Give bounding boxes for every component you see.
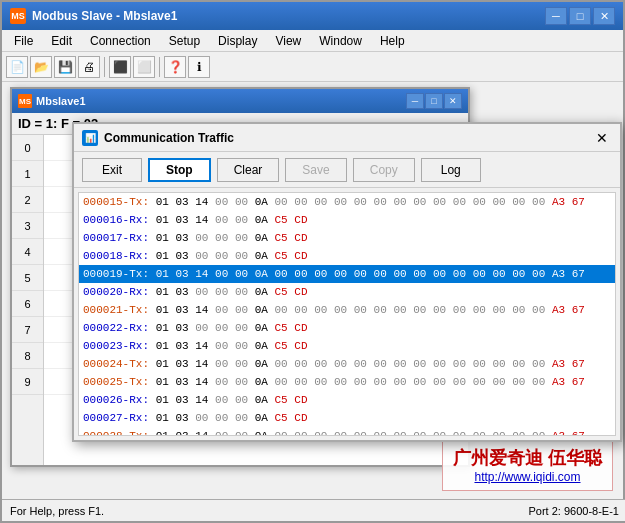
maximize-button[interactable]: □ <box>569 7 591 25</box>
app-icon: MS <box>10 8 26 24</box>
toolbar-new[interactable]: 📄 <box>6 56 28 78</box>
window-title: Modbus Slave - Mbslave1 <box>32 9 177 23</box>
traffic-row[interactable]: 000022-Rx: 01 03 00 00 00 0A C5 CD <box>79 319 615 337</box>
log-button[interactable]: Log <box>421 158 481 182</box>
status-bar: For Help, press F1. Port 2: 9600-8-E-1 <box>2 499 625 521</box>
traffic-log[interactable]: 000015-Tx: 01 03 14 00 00 0A 00 00 00 00… <box>78 192 616 436</box>
toolbar-open[interactable]: 📂 <box>30 56 52 78</box>
inner-maximize[interactable]: □ <box>425 93 443 109</box>
inner-window-title: Mbslave1 <box>36 95 86 107</box>
traffic-row[interactable]: 000027-Rx: 01 03 00 00 00 0A C5 CD <box>79 409 615 427</box>
dialog-title-left: 📊 Communication Traffic <box>82 130 234 146</box>
close-button[interactable]: ✕ <box>593 7 615 25</box>
traffic-row[interactable]: 000026-Rx: 01 03 14 00 00 0A C5 CD <box>79 391 615 409</box>
watermark-line1: 广州爱奇迪 伍华聪 <box>453 446 602 470</box>
inner-minimize[interactable]: ─ <box>406 93 424 109</box>
traffic-row[interactable]: 000016-Rx: 01 03 14 00 00 0A C5 CD <box>79 211 615 229</box>
dialog-close-button[interactable]: ✕ <box>592 129 612 147</box>
traffic-row[interactable]: 000017-Rx: 01 03 00 00 00 0A C5 CD <box>79 229 615 247</box>
row-header-3: 3 <box>12 213 43 239</box>
status-left: For Help, press F1. <box>10 505 529 517</box>
dialog-toolbar: Exit Stop Clear Save Copy Log <box>74 152 620 188</box>
menu-help[interactable]: Help <box>372 32 413 50</box>
inner-title-left: MS Mbslave1 <box>18 94 86 108</box>
save-button[interactable]: Save <box>285 158 346 182</box>
inner-app-icon: MS <box>18 94 32 108</box>
toolbar-connect[interactable]: ⬛ <box>109 56 131 78</box>
status-right: Port 2: 9600-8-E-1 <box>529 505 620 517</box>
toolbar-sep-1 <box>104 57 105 77</box>
toolbar: 📄 📂 💾 🖨 ⬛ ⬜ ❓ ℹ <box>2 52 623 82</box>
inner-title-bar: MS Mbslave1 ─ □ ✕ <box>12 89 468 113</box>
row-header-6: 6 <box>12 291 43 317</box>
row-header-4: 4 <box>12 239 43 265</box>
watermark: 广州爱奇迪 伍华聪 http://www.iqidi.com <box>442 439 613 491</box>
dialog-title-bar: 📊 Communication Traffic ✕ <box>74 124 620 152</box>
traffic-row[interactable]: 000020-Rx: 01 03 00 00 00 0A C5 CD <box>79 283 615 301</box>
menu-display[interactable]: Display <box>210 32 265 50</box>
main-window: MS Modbus Slave - Mbslave1 ─ □ ✕ File Ed… <box>0 0 625 523</box>
traffic-row[interactable]: 000019-Tx: 01 03 14 00 00 0A 00 00 00 00… <box>79 265 615 283</box>
row-header-2: 2 <box>12 187 43 213</box>
traffic-row[interactable]: 000021-Tx: 01 03 14 00 00 0A 00 00 00 00… <box>79 301 615 319</box>
row-header-5: 5 <box>12 265 43 291</box>
inner-close[interactable]: ✕ <box>444 93 462 109</box>
menu-file[interactable]: File <box>6 32 41 50</box>
menu-view[interactable]: View <box>267 32 309 50</box>
inner-controls: ─ □ ✕ <box>406 93 462 109</box>
row-header-8: 8 <box>12 343 43 369</box>
watermark-line2: http://www.iqidi.com <box>453 470 602 484</box>
row-header-0: 0 <box>12 135 43 161</box>
traffic-row[interactable]: 000023-Rx: 01 03 14 00 00 0A C5 CD <box>79 337 615 355</box>
title-bar-controls: ─ □ ✕ <box>545 7 615 25</box>
traffic-row[interactable]: 000015-Tx: 01 03 14 00 00 0A 00 00 00 00… <box>79 193 615 211</box>
exit-button[interactable]: Exit <box>82 158 142 182</box>
menu-window[interactable]: Window <box>311 32 370 50</box>
row-headers: 0 1 2 3 4 5 6 7 8 9 <box>12 135 44 465</box>
toolbar-sep-2 <box>159 57 160 77</box>
traffic-row[interactable]: 000028-Tx: 01 03 14 00 00 0A 00 00 00 00… <box>79 427 615 436</box>
title-bar: MS Modbus Slave - Mbslave1 ─ □ ✕ <box>2 2 623 30</box>
toolbar-about[interactable]: ℹ <box>188 56 210 78</box>
row-header-1: 1 <box>12 161 43 187</box>
toolbar-disconnect[interactable]: ⬜ <box>133 56 155 78</box>
comm-traffic-dialog: 📊 Communication Traffic ✕ Exit Stop Clea… <box>72 122 622 442</box>
menu-bar: File Edit Connection Setup Display View … <box>2 30 623 52</box>
stop-button[interactable]: Stop <box>148 158 211 182</box>
traffic-row[interactable]: 000025-Tx: 01 03 14 00 00 0A 00 00 00 00… <box>79 373 615 391</box>
traffic-row[interactable]: 000018-Rx: 01 03 00 00 00 0A C5 CD <box>79 247 615 265</box>
menu-setup[interactable]: Setup <box>161 32 208 50</box>
traffic-row[interactable]: 000024-Tx: 01 03 14 00 00 0A 00 00 00 00… <box>79 355 615 373</box>
row-header-7: 7 <box>12 317 43 343</box>
copy-button[interactable]: Copy <box>353 158 415 182</box>
minimize-button[interactable]: ─ <box>545 7 567 25</box>
toolbar-help[interactable]: ❓ <box>164 56 186 78</box>
clear-button[interactable]: Clear <box>217 158 280 182</box>
row-header-9: 9 <box>12 369 43 395</box>
dialog-title-text: Communication Traffic <box>104 131 234 145</box>
menu-edit[interactable]: Edit <box>43 32 80 50</box>
toolbar-print[interactable]: 🖨 <box>78 56 100 78</box>
title-bar-left: MS Modbus Slave - Mbslave1 <box>10 8 177 24</box>
toolbar-save[interactable]: 💾 <box>54 56 76 78</box>
menu-connection[interactable]: Connection <box>82 32 159 50</box>
dialog-icon: 📊 <box>82 130 98 146</box>
